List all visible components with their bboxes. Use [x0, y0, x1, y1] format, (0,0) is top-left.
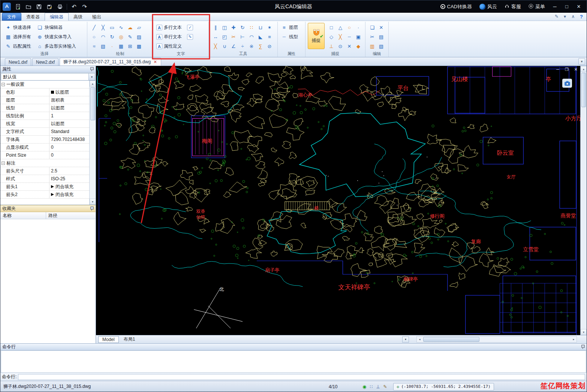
paste2-icon[interactable]: ▧: [377, 43, 386, 50]
ellipse-icon[interactable]: ◎: [117, 33, 126, 41]
rotate-icon[interactable]: ↻: [238, 24, 247, 31]
property-value[interactable]: 0: [49, 153, 89, 158]
new-file-button[interactable]: [13, 2, 22, 11]
ribbon-button-polygon-input[interactable]: ⌂多边形实体输入: [36, 42, 77, 51]
snap-near-icon[interactable]: ✕: [345, 43, 354, 50]
array-icon[interactable]: ∷: [247, 24, 256, 31]
collapse-icon[interactable]: −: [1, 162, 5, 165]
break-icon[interactable]: ╳: [211, 43, 220, 50]
menu-tab-file[interactable]: 文件: [2, 13, 21, 21]
combo-dropdown-icon[interactable]: ▾: [88, 73, 95, 80]
measure-icon[interactable]: ∠: [229, 43, 238, 50]
rotate-entity-icon[interactable]: ↻: [108, 33, 117, 41]
property-value[interactable]: 1: [49, 113, 89, 118]
property-value[interactable]: ISO-25: [49, 176, 89, 181]
property-value[interactable]: 面积表: [49, 97, 89, 103]
mirror-icon[interactable]: ◫: [220, 24, 229, 31]
favorites-list[interactable]: [0, 219, 96, 343]
snap-mid-icon[interactable]: △: [336, 24, 345, 31]
calc-icon[interactable]: ∑: [256, 43, 265, 50]
property-group-row[interactable]: −一般设置: [0, 81, 89, 88]
ribbon-button-attdef[interactable]: A属性定义: [156, 42, 183, 51]
collapse-icon[interactable]: −: [1, 83, 5, 86]
snap-end-icon[interactable]: □: [327, 24, 336, 31]
property-value[interactable]: 0: [49, 145, 89, 150]
property-value[interactable]: 7290.702148438: [49, 137, 89, 142]
ribbon-button-select-all[interactable]: ▦选择所有: [4, 32, 32, 42]
cad-converter-button[interactable]: CAD转换器: [437, 2, 475, 12]
horizontal-scrollbar[interactable]: ◂ ▸: [416, 336, 577, 343]
save-as-button[interactable]: [45, 2, 54, 11]
customer-service-button[interactable]: 客服: [501, 2, 524, 12]
snap-app-icon[interactable]: ◆: [354, 43, 363, 50]
save-button[interactable]: [34, 2, 43, 11]
revcloud-icon[interactable]: ☁: [126, 24, 135, 31]
paste-icon[interactable]: ▤: [377, 33, 386, 41]
quick-draw-button[interactable]: ✎: [553, 13, 560, 20]
snap-tan-icon[interactable]: ⊙: [336, 43, 345, 50]
snap-center-icon[interactable]: ○: [345, 24, 354, 31]
ribbon-button-quick-select[interactable]: ✦快速选择: [4, 23, 32, 32]
ribbon-button-layers[interactable]: ≡图层: [280, 23, 299, 32]
quick-draw-dropdown[interactable]: ▾: [561, 13, 569, 20]
vertical-scrollbar[interactable]: ▴ ▾: [580, 66, 587, 335]
favorites-name-column[interactable]: 名称: [0, 212, 46, 219]
close-button[interactable]: ✕: [573, 2, 584, 12]
command-input[interactable]: [18, 374, 585, 380]
arc-icon[interactable]: ◠: [99, 33, 108, 41]
scrollbar-thumb[interactable]: [423, 337, 479, 342]
extend-icon[interactable]: ⊢: [238, 33, 247, 41]
menu-tab-editor[interactable]: 编辑器: [45, 13, 69, 21]
scroll-down-icon[interactable]: ▾: [90, 199, 96, 205]
property-value[interactable]: 闭合填充: [49, 192, 89, 198]
property-grid-scrollbar[interactable]: ▴ ▾: [89, 81, 96, 205]
clipboard-icon[interactable]: ▥: [368, 43, 377, 50]
mdi-close-button[interactable]: ✕: [573, 67, 579, 72]
scroll-up-icon[interactable]: ▴: [581, 66, 587, 72]
ribbon-button-text[interactable]: A单行文本: [156, 32, 183, 42]
scroll-down-icon[interactable]: ▾: [581, 329, 587, 335]
union-icon[interactable]: ⊔: [256, 24, 265, 31]
copy-icon[interactable]: ❏: [368, 24, 377, 31]
stretch-icon[interactable]: ↔: [211, 33, 220, 41]
property-value[interactable]: Standard: [49, 129, 89, 134]
region-icon[interactable]: ▱: [135, 24, 144, 31]
grid-toggle[interactable]: ∷: [370, 384, 373, 389]
chamfer-icon[interactable]: ◣: [256, 33, 265, 41]
ribbon-button-edit-pen[interactable]: ✎: [186, 32, 194, 42]
layout-tab-dropdown[interactable]: ▾: [402, 337, 409, 343]
pencil-icon[interactable]: ✎: [126, 33, 135, 41]
minimize-button[interactable]: ─: [549, 2, 560, 12]
cut-icon[interactable]: ✂: [368, 33, 377, 41]
document-tab-dropdown[interactable]: ▾: [578, 58, 585, 65]
polyline-icon[interactable]: ∿: [117, 24, 126, 31]
point-icon[interactable]: ∙: [108, 43, 117, 50]
snap-ins-icon[interactable]: ▣: [354, 33, 363, 41]
menu-tab-viewer[interactable]: 查看器: [21, 13, 45, 21]
property-value[interactable]: 以图层: [49, 121, 89, 127]
help-button[interactable]: ?: [578, 13, 585, 20]
dynamic-input-toggle[interactable]: ✎: [383, 384, 387, 389]
grid-icon[interactable]: ▩: [135, 43, 144, 50]
undo-button[interactable]: ↶: [69, 2, 79, 11]
property-group-row[interactable]: −标注: [0, 159, 89, 167]
property-value[interactable]: 闭合填充: [49, 184, 89, 190]
mdi-minimize-button[interactable]: ─: [555, 67, 561, 72]
collapse-ribbon-button[interactable]: ∧: [569, 13, 577, 20]
divide-icon[interactable]: ÷: [238, 43, 247, 50]
mdi-restore-button[interactable]: ❐: [564, 67, 570, 72]
menu-tab-output[interactable]: 输出: [87, 13, 106, 21]
snap-marker-toggle[interactable]: ◉: [362, 384, 366, 389]
scale-icon[interactable]: ◰: [220, 33, 229, 41]
favorites-path-column[interactable]: 路径: [46, 212, 57, 219]
scrollbar-thumb[interactable]: [90, 87, 95, 120]
layout-tab-model[interactable]: Model: [98, 336, 119, 343]
scroll-right-icon[interactable]: ▸: [571, 337, 577, 342]
doc-tab-2[interactable]: 狮子林.dwg2020-07-27_11_11_38_015.dwg✕: [60, 58, 161, 66]
spline-icon[interactable]: ≈: [90, 43, 99, 50]
screenshot-camera-button[interactable]: [562, 79, 572, 88]
menu-tab-advanced[interactable]: 高级: [69, 13, 87, 21]
align-icon[interactable]: ≡: [265, 33, 274, 41]
property-value[interactable]: 以图层: [49, 89, 89, 96]
ribbon-button-spellcheck[interactable]: ✓: [186, 23, 194, 32]
